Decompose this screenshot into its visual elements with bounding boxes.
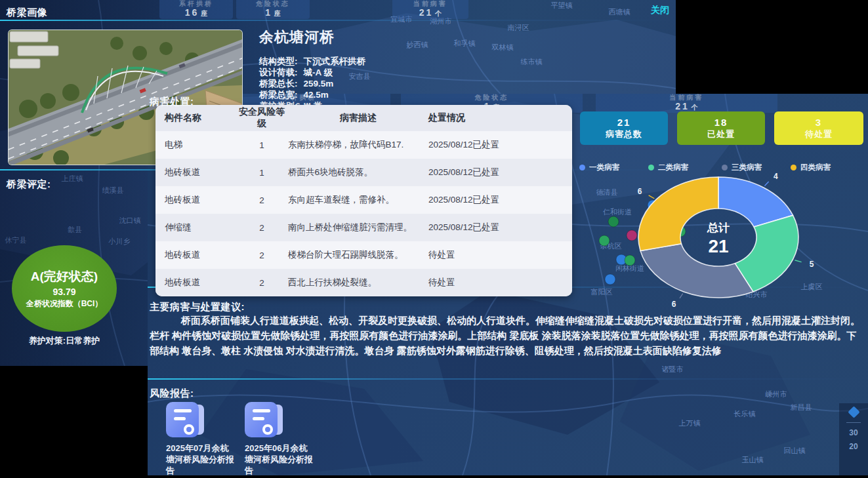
disease-stat-card: 21病害总数 xyxy=(580,111,668,145)
table-cell: 西北上行扶梯处裂缝。 xyxy=(288,277,428,289)
table-header-row: 构件名称安全风险等级病害描述处置情况 xyxy=(155,105,572,131)
stat-tile-value: 1 座 xyxy=(236,7,310,19)
table-cell: 地砖板道 xyxy=(165,249,236,261)
bridge-info-list: 结构类型:下沉式系杆拱桥设计荷载:城-A 级桥梁总长:259.5m桥梁总宽:42… xyxy=(259,56,365,111)
section-divider xyxy=(0,20,676,21)
report-document-icon[interactable] xyxy=(166,401,207,439)
legend-dot xyxy=(648,165,654,170)
panel-title-bridge-profile: 桥梁画像 xyxy=(7,7,47,19)
stat-label: 已处置 xyxy=(707,129,735,140)
map-place-label: 玉山镇 xyxy=(742,456,764,464)
pie-label-tick xyxy=(680,294,683,298)
legend-item[interactable]: 三类病害 xyxy=(722,163,762,172)
bridge-info-row: 设计荷载:城-A 级 xyxy=(259,67,365,78)
table-cell: 地砖板道 xyxy=(165,167,236,178)
bci-index-label: 全桥状况指数（BCI） xyxy=(26,298,103,309)
map-place-label: 绩溪县 xyxy=(102,186,124,194)
pie-slice-四类病害[interactable] xyxy=(638,177,718,250)
pie-label-tick xyxy=(764,182,768,186)
pie-slice-value: 6 xyxy=(638,187,642,196)
legend-dot xyxy=(791,165,796,170)
report-icon-line xyxy=(253,409,270,412)
stat-tile: 当前病害21 个 xyxy=(392,0,468,19)
pie-slice-三类病害[interactable] xyxy=(640,244,753,298)
table-cell: 东向超车道裂缝，需修补。 xyxy=(288,194,428,206)
legend-item[interactable]: 一类病害 xyxy=(579,163,619,172)
stat-tile: 危险状态1 座 xyxy=(236,0,310,19)
legend-dot xyxy=(579,165,585,170)
suggestion-text: 桥面系桥面铺装人行道道板拱起、松动、开裂及时更换破损、松动的人行道块件。伸缩缝伸… xyxy=(150,313,865,358)
legend-dot xyxy=(722,165,728,170)
table-cell: 东南扶梯停梯，故障代码B17. xyxy=(288,139,428,151)
info-label: 桥梁总长: xyxy=(259,79,298,89)
legend-label: 一类病害 xyxy=(589,163,619,172)
stat-tile-title: 危险状态 xyxy=(236,0,310,7)
table-cell: 待处置 xyxy=(428,277,568,289)
disease-table: 构件名称安全风险等级病害描述处置情况电梯1东南扶梯停梯，故障代码B17.2025… xyxy=(155,105,572,296)
map-widget-diamond-icon[interactable] xyxy=(848,406,859,418)
map-place-label: 双林镇 xyxy=(491,43,514,51)
bridge-info: 余杭塘河桥 结构类型:下沉式系杆拱桥设计荷载:城-A 级桥梁总长:259.5m桥… xyxy=(259,28,365,111)
map-place-label: 沈口镇 xyxy=(119,216,141,224)
map-place-label: 和孚镇 xyxy=(454,39,476,47)
info-label: 结构类型: xyxy=(259,56,298,66)
info-value: 42.5m xyxy=(304,90,329,100)
stat-value: 21 xyxy=(617,117,631,128)
report-document-icon[interactable] xyxy=(245,401,285,439)
legend-item[interactable]: 二类病害 xyxy=(648,163,688,172)
stat-tile-unit: 个 xyxy=(690,104,698,111)
table-cell: 2025/08/12已处置 xyxy=(428,167,568,178)
report-label: 2025年06月余杭塘河桥风险分析报告 xyxy=(245,443,313,475)
table-header-cell: 构件名称 xyxy=(165,112,236,124)
bci-grade-circle: A(完好状态) 93.79 全桥状况指数（BCI） xyxy=(12,245,117,332)
bridge-info-row: 结构类型:下沉式系杆拱桥 xyxy=(259,56,365,67)
table-cell: 2 xyxy=(236,223,288,233)
disease-stat-card: 3待处置 xyxy=(774,111,863,145)
report-icon-ring xyxy=(184,424,194,435)
map-place-label: 歙县 xyxy=(68,226,82,233)
table-cell: 桥面共6块地砖脱落。 xyxy=(288,167,428,178)
map-place-label: 上庄镇 xyxy=(62,174,83,182)
stat-tile-title: 当前病害 xyxy=(596,94,777,101)
section-divider xyxy=(148,378,868,380)
table-header-cell: 处置情况 xyxy=(428,112,568,124)
info-value: 259.5m xyxy=(304,79,334,89)
risk-report-item[interactable]: 2025年07月余杭塘河桥风险分析报告 xyxy=(166,401,238,475)
map-place-label: 嵊州市 xyxy=(766,390,787,398)
stat-label: 病害总数 xyxy=(606,129,642,140)
table-cell: 待处置 xyxy=(428,249,568,261)
table-header-cell: 安全风险等级 xyxy=(236,106,288,130)
table-cell: 南向上桥处伸缩缝脏污需清理。 xyxy=(288,222,428,233)
pie-slice-value: 4 xyxy=(774,172,778,181)
legend-item[interactable]: 四类病害 xyxy=(791,163,831,172)
bridge-info-row: 桥梁总宽:42.5m xyxy=(259,89,365,100)
map-place-label: 上万镇 xyxy=(679,419,701,427)
stat-tile-title: 危险状态 xyxy=(401,94,583,101)
stat-tile-unit: 座 xyxy=(199,10,207,17)
map-place-label: 妙西镇 xyxy=(407,41,428,49)
reports-title: 风险报告: xyxy=(150,388,194,400)
map-place-label: 小川乡 xyxy=(108,237,131,245)
disease-treatment-panel: 德清县仁和街道余杭区闲林街道富阳区绍兴市上虞区诸暨市嵊州市新昌县长乐镇玉山镇回山… xyxy=(148,94,868,475)
map-widget-scale-value: 20 xyxy=(849,443,858,450)
pie-label-tick xyxy=(649,195,655,199)
map-place-label: 南浔区 xyxy=(508,24,529,31)
report-icon-line xyxy=(174,417,186,420)
stat-tile: 当前病害21 个 xyxy=(596,94,777,113)
map-place-label: 长乐镇 xyxy=(734,410,756,418)
table-row: 伸缩缝2南向上桥处伸缩缝脏污需清理。2025/08/12已处置 xyxy=(155,214,572,241)
close-button[interactable]: 关闭 xyxy=(647,4,673,17)
maintenance-strategy: 养护对策:日常养护 xyxy=(5,335,123,347)
table-cell: 2 xyxy=(236,250,288,260)
legend-label: 四类病害 xyxy=(800,163,831,172)
table-cell: 楼梯台阶大理石踢脚线脱落。 xyxy=(288,249,428,261)
risk-report-item[interactable]: 2025年06月余杭塘河桥风险分析报告 xyxy=(245,401,317,475)
table-row: 电梯1东南扶梯停梯，故障代码B17.2025/08/12已处置 xyxy=(155,131,572,159)
stat-tile-value: 16 座 xyxy=(159,7,233,19)
report-icon-ring xyxy=(262,424,273,435)
table-cell: 2025/08/12已处置 xyxy=(428,194,568,206)
table-cell: 2 xyxy=(236,278,288,288)
info-value: 城-A 级 xyxy=(304,68,333,77)
map-legend-widget: 3020 xyxy=(839,403,868,475)
table-row: 地砖板道2楼梯台阶大理石踢脚线脱落。待处置 xyxy=(155,241,572,269)
